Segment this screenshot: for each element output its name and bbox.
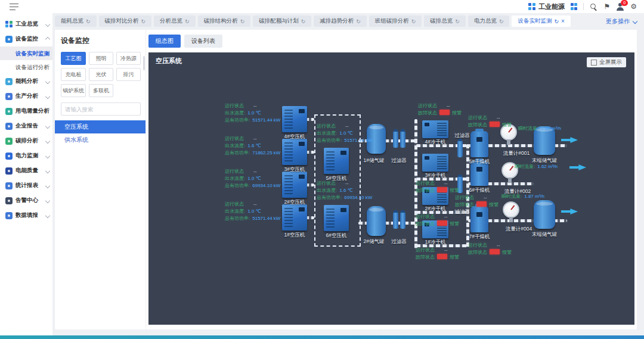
compressor-3 (282, 139, 307, 165)
view-diagram-button[interactable]: 组态图 (148, 35, 181, 48)
chevron-down-icon (45, 198, 50, 203)
header-divider (583, 3, 584, 10)
tab-item-3[interactable]: 碳排结构分析↻ (198, 15, 251, 27)
tab-item-8[interactable]: 电力总览↻ (468, 15, 510, 27)
filter-unit (393, 131, 405, 148)
sidebar-collapse-icon[interactable] (10, 4, 18, 10)
refresh-icon[interactable]: ↻ (411, 18, 416, 24)
category-charging-pile[interactable]: 充电桩 (61, 68, 86, 81)
refresh-icon[interactable]: ↻ (554, 18, 559, 24)
tab-item-active[interactable]: 设备实时监测↻× (512, 15, 570, 27)
sidebar-item-energy-analysis[interactable]: 能耗分析 (0, 74, 52, 89)
category-process-diagram[interactable]: 工艺图 (61, 52, 86, 65)
tab-item-0[interactable]: 能耗总览↻ (55, 15, 97, 27)
flow-readout: 瞬时流量:1.80 m³/h (518, 125, 561, 132)
refresh-icon[interactable]: ↻ (185, 18, 190, 24)
sidebar-item-enterprise-report[interactable]: 企业报告 (0, 119, 52, 133)
sidebar-item-production-analysis[interactable]: 生产分析 (0, 89, 52, 104)
tab-item-2[interactable]: 分析总览↻ (154, 15, 196, 27)
refresh-icon[interactable]: ↻ (86, 18, 91, 24)
sidebar-item-data-entry[interactable]: 数据填报 (0, 208, 52, 223)
view-device-list-button[interactable]: 设备列表 (184, 35, 222, 48)
sidebar-item-alarm-center[interactable]: 告警中心 (0, 193, 52, 208)
flow-arrow (561, 137, 578, 143)
sidebar-subitem-run-analysis[interactable]: 设备运行分析 (0, 60, 52, 74)
cold-dryer-3 (422, 154, 448, 172)
device-status-block: 运行状态-- 出水温度:1.6 ℃ 总有功功率:71862.25 kW (225, 135, 280, 157)
chevron-down-icon (45, 138, 50, 143)
sidebar-item-device-monitor[interactable]: 设备监控 (0, 32, 52, 46)
air-tank-2 (367, 206, 386, 236)
tab-item-4[interactable]: 碳排配额与计划↻ (253, 15, 311, 27)
power-quality-icon (5, 167, 13, 175)
device-status-block: 运行状态-- 故障状态报警 (416, 180, 459, 194)
category-multi-unit[interactable]: 多联机 (89, 84, 113, 97)
panel-scrollbar[interactable] (143, 56, 145, 70)
refresh-icon[interactable]: ↻ (240, 18, 245, 24)
footer-bar (0, 335, 644, 339)
refresh-icon[interactable]: ↻ (499, 18, 504, 24)
sidebar-item-power-quality[interactable]: 电能质量 (0, 163, 52, 178)
search-icon[interactable] (590, 3, 597, 11)
industry-overview-icon (5, 21, 13, 28)
category-lighting[interactable]: 照明 (89, 52, 113, 65)
compressor-5 (324, 148, 349, 174)
filter-unit (393, 212, 405, 229)
flag-icon[interactable]: ⚑ (603, 3, 610, 10)
fullscreen-button[interactable]: 全屏展示 (587, 57, 626, 67)
refresh-icon[interactable]: ↻ (301, 18, 306, 24)
device-label: 6#干燥机 (463, 187, 496, 194)
device-label: 过滤器 (449, 209, 475, 216)
app-window: 工业能源 ⚑ 0 ⚙ 工业总览 设备监控 设备实时监测 设备运行分析 (0, 0, 644, 339)
close-icon[interactable]: × (561, 18, 565, 24)
device-label: 2#空压机 (276, 199, 313, 206)
sidebar-item-statistic-report[interactable]: 统计报表 (0, 178, 52, 193)
demand-analysis-icon (5, 108, 13, 115)
user-icon[interactable]: 0 (616, 3, 624, 11)
refresh-icon[interactable]: ↻ (356, 18, 361, 24)
category-photovoltaic[interactable]: 光伏 (89, 68, 113, 81)
device-label: 流量计#001 (496, 150, 537, 157)
view-switch: 组态图 设备列表 (148, 35, 634, 48)
notification-badge: 0 (621, 0, 628, 6)
device-label: 7#干燥机 (463, 234, 496, 241)
category-boiler-system[interactable]: 锅炉系统 (61, 84, 86, 97)
refresh-icon[interactable]: ↻ (455, 18, 460, 24)
alarm-badge (490, 122, 500, 127)
sidebar-subitem-realtime-monitor[interactable]: 设备实时监测 (0, 46, 52, 60)
panel-title: 设备监控 (61, 36, 141, 46)
chevron-down-icon (45, 21, 50, 26)
flow-arrow (569, 164, 586, 170)
flow-gauge-004 (503, 201, 519, 218)
tab-item-6[interactable]: 班组碳排分析↻ (369, 15, 422, 27)
alarm-badge (490, 249, 500, 254)
system-item-air-compression[interactable]: 空压系统 (55, 120, 145, 133)
device-monitor-panel: 设备监控 工艺图 照明 冷热源 充电桩 光伏 排污 锅炉系统 多联机 空压系统 (55, 30, 146, 329)
device-label: 3#空压机 (276, 166, 313, 173)
system-item-water-supply[interactable]: 供水系统 (55, 133, 145, 147)
category-hvac-source[interactable]: 冷热源 (116, 52, 141, 65)
category-sewage[interactable]: 排污 (116, 68, 141, 81)
sidebar-item-power-monitor[interactable]: 电力监测 (0, 148, 52, 163)
chevron-down-icon (45, 94, 50, 98)
enterprise-report-icon (5, 123, 13, 130)
tab-item-7[interactable]: 碳排总览↻ (424, 15, 466, 27)
device-monitor-icon (5, 36, 13, 43)
device-status-block: 运行状态-- 故障状态报警 (416, 247, 459, 261)
device-status-block: 运行状态-- 故障状态报警 (468, 242, 512, 256)
sidebar-item-industry-overview[interactable]: 工业总览 (0, 17, 52, 32)
apps-grid-icon[interactable] (571, 3, 578, 10)
refresh-icon[interactable]: ↻ (141, 18, 146, 24)
search-input[interactable] (61, 102, 141, 116)
logo-grid-icon (528, 3, 535, 10)
sidebar: 工业总览 设备监控 设备实时监测 设备运行分析 能耗分析 生产分析 用电需量分析 (0, 13, 52, 335)
sidebar-item-demand-analysis[interactable]: 用电需量分析 (0, 104, 52, 119)
data-entry-icon (5, 212, 13, 219)
more-actions-button[interactable]: 更多操作 (606, 17, 637, 26)
top-header: 工业能源 ⚑ 0 ⚙ (0, 0, 644, 13)
settings-gear-icon[interactable]: ⚙ (630, 3, 637, 10)
tab-item-1[interactable]: 碳排对比分析↻ (99, 15, 152, 27)
tab-item-5[interactable]: 减排趋势分析↻ (314, 15, 367, 27)
device-label: 2#冷干机 (418, 206, 453, 213)
sidebar-item-carbon-analysis[interactable]: 碳排分析 (0, 133, 52, 148)
